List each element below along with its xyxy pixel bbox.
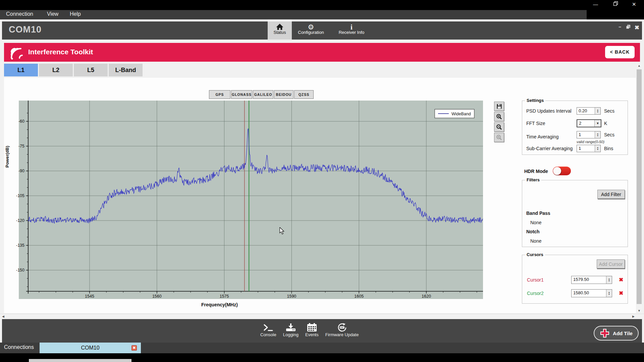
filters-legend: Filters bbox=[525, 177, 541, 182]
fft-size-label: FFT Size bbox=[526, 121, 545, 126]
scroll-up-icon[interactable]: ▲ bbox=[638, 64, 641, 67]
taskbar-item[interactable] bbox=[29, 359, 131, 362]
cursor1-value-spinner[interactable]: 1579.50 ▲▼ bbox=[571, 276, 612, 284]
save-plot-button[interactable] bbox=[494, 102, 504, 111]
add-filter-button[interactable]: Add Filter bbox=[597, 190, 625, 199]
time-averaging-spinner[interactable]: 1 ▲▼ bbox=[577, 131, 601, 138]
add-tile-label: Add Tile bbox=[613, 330, 633, 336]
console-button[interactable]: Console bbox=[260, 321, 276, 337]
subcarrier-averaging-spinner[interactable]: 1 ▲▼ bbox=[577, 145, 601, 152]
hdr-mode-toggle[interactable] bbox=[553, 167, 571, 175]
events-button[interactable]: Events bbox=[305, 321, 319, 337]
gear-icon: ⚙ bbox=[293, 21, 329, 30]
os-minimize-button[interactable]: — bbox=[593, 1, 598, 7]
svg-text:1575: 1575 bbox=[220, 294, 229, 299]
notch-value: None bbox=[530, 238, 541, 244]
constellation-beidou-button[interactable]: BEIDOU bbox=[274, 90, 293, 99]
tab-connections[interactable]: Connections bbox=[4, 344, 34, 350]
y-axis-title: Power(dB) bbox=[5, 146, 10, 168]
menubar-black-patch bbox=[587, 10, 644, 19]
spinner-arrows-icon[interactable]: ▲▼ bbox=[595, 145, 600, 152]
menu-view[interactable]: View bbox=[47, 11, 58, 17]
logging-icon bbox=[285, 321, 296, 332]
cursor1-label: Cursor1 bbox=[527, 277, 544, 283]
cursors-legend: Cursors bbox=[525, 252, 545, 257]
constellation-gps-button[interactable]: GPS bbox=[209, 90, 230, 99]
band-tab-lband[interactable]: L-Band bbox=[109, 64, 143, 76]
app-window: — ✕ Connection View Help COM10 Status ⚙ … bbox=[0, 0, 644, 362]
spinner-arrows-icon[interactable]: ▲▼ bbox=[595, 108, 600, 114]
menu-help[interactable]: Help bbox=[70, 11, 81, 17]
notch-label: Notch bbox=[526, 229, 540, 234]
restore-icon bbox=[613, 1, 619, 6]
vertical-scroll-thumb[interactable] bbox=[637, 69, 642, 304]
save-icon bbox=[496, 104, 502, 109]
os-close-button[interactable]: ✕ bbox=[632, 1, 636, 7]
band-tab-l1[interactable]: L1 bbox=[4, 64, 38, 76]
svg-text:-105: -105 bbox=[16, 193, 24, 198]
interference-signal-icon bbox=[9, 45, 25, 60]
svg-text:1545: 1545 bbox=[85, 294, 94, 299]
x-axis-title: Frequency(MHz) bbox=[201, 302, 238, 307]
subcarrier-averaging-unit: Bins bbox=[604, 146, 613, 151]
bottom-tab-bar: Connections COM10 ✖ bbox=[0, 343, 644, 353]
zoom-out-button[interactable] bbox=[494, 122, 504, 132]
window-restore-button[interactable] bbox=[626, 24, 631, 30]
spinner-arrows-icon[interactable]: ▲▼ bbox=[606, 276, 612, 284]
psd-updates-interval-spinner[interactable]: 0.20 ▲▼ bbox=[577, 107, 601, 115]
toolkit-banner: Interference Toolkit < BACK bbox=[4, 43, 640, 62]
console-icon bbox=[263, 321, 273, 332]
filters-group: Filters Add Filter Band Pass None Notch … bbox=[522, 180, 628, 247]
constellation-qzss-button[interactable]: QZSS bbox=[294, 90, 314, 99]
spinner-arrows-icon[interactable]: ▲▼ bbox=[595, 131, 600, 138]
tab-configuration[interactable]: ⚙ Configuration bbox=[293, 21, 329, 40]
tab-status[interactable]: Status bbox=[268, 21, 292, 40]
fft-size-dropdown[interactable]: 2 ▼ bbox=[577, 119, 601, 127]
scroll-down-icon[interactable]: ▼ bbox=[638, 309, 641, 312]
constellation-glonass-button[interactable]: GLONASS bbox=[231, 90, 252, 99]
tab-com10[interactable]: COM10 ✖ bbox=[40, 343, 141, 353]
cursor2-delete-icon[interactable]: ✖ bbox=[619, 290, 623, 296]
zoom-in-button[interactable] bbox=[494, 112, 504, 121]
menu-bar: Connection View Help bbox=[0, 10, 644, 19]
zoom-in-icon bbox=[496, 114, 502, 120]
psd-chart[interactable]: 154515601575159016051620-60-75-90-105-12… bbox=[5, 101, 485, 308]
scroll-left-icon[interactable]: ◀ bbox=[2, 315, 4, 318]
psd-updates-interval-label: PSD Updates Interval bbox=[526, 108, 572, 114]
band-pass-label: Band Pass bbox=[526, 210, 550, 216]
tab-receiver-info[interactable]: i Receiver Info bbox=[332, 21, 371, 40]
menu-connection[interactable]: Connection bbox=[6, 11, 33, 17]
horizontal-scrollbar[interactable]: ◀ ▶ bbox=[0, 314, 644, 319]
cursors-group: Cursors Add Cursor Cursor1 1579.50 ▲▼ ✖ … bbox=[522, 255, 628, 304]
constellation-galileo-button[interactable]: GALILEO bbox=[253, 90, 273, 99]
cursor1-delete-icon[interactable]: ✖ bbox=[619, 277, 623, 283]
psd-chart-svg: 154515601575159016051620-60-75-90-105-12… bbox=[5, 101, 485, 308]
vertical-scrollbar[interactable]: ▲ ▼ bbox=[636, 63, 642, 313]
scroll-right-icon[interactable]: ▶ bbox=[632, 315, 635, 318]
cursor2-value-spinner[interactable]: 1580.50 ▲▼ bbox=[571, 289, 612, 297]
band-tab-l2[interactable]: L2 bbox=[39, 64, 73, 76]
add-cursor-button[interactable]: Add Cursor bbox=[597, 259, 625, 268]
zoom-out-icon bbox=[496, 124, 502, 130]
os-taskbar bbox=[0, 353, 644, 362]
spinner-arrows-icon[interactable]: ▲▼ bbox=[606, 290, 612, 297]
band-tab-l5[interactable]: L5 bbox=[74, 64, 108, 76]
dropdown-arrow-icon[interactable]: ▼ bbox=[594, 120, 601, 127]
firmware-update-button[interactable]: Firmware Update bbox=[325, 321, 359, 337]
svg-text:-75: -75 bbox=[18, 144, 24, 148]
svg-text:1620: 1620 bbox=[422, 294, 431, 299]
window-minimize-button[interactable]: – bbox=[619, 24, 621, 29]
back-button[interactable]: < BACK bbox=[605, 46, 635, 58]
tab-close-icon[interactable]: ✖ bbox=[131, 345, 137, 351]
svg-text:-150: -150 bbox=[16, 268, 24, 273]
time-averaging-hint: valid range(0-50) bbox=[577, 140, 604, 144]
os-restore-button[interactable] bbox=[613, 1, 619, 7]
window-close-button[interactable]: ✖ bbox=[635, 24, 639, 31]
add-tile-button[interactable]: Add Tile bbox=[594, 326, 639, 341]
tab-com10-label: COM10 bbox=[81, 345, 99, 351]
svg-text:-90: -90 bbox=[18, 169, 24, 173]
toggle-knob bbox=[553, 167, 561, 175]
logging-button[interactable]: Logging bbox=[283, 321, 299, 337]
zoom-reset-button[interactable] bbox=[494, 133, 504, 142]
svg-text:-120: -120 bbox=[16, 218, 24, 223]
